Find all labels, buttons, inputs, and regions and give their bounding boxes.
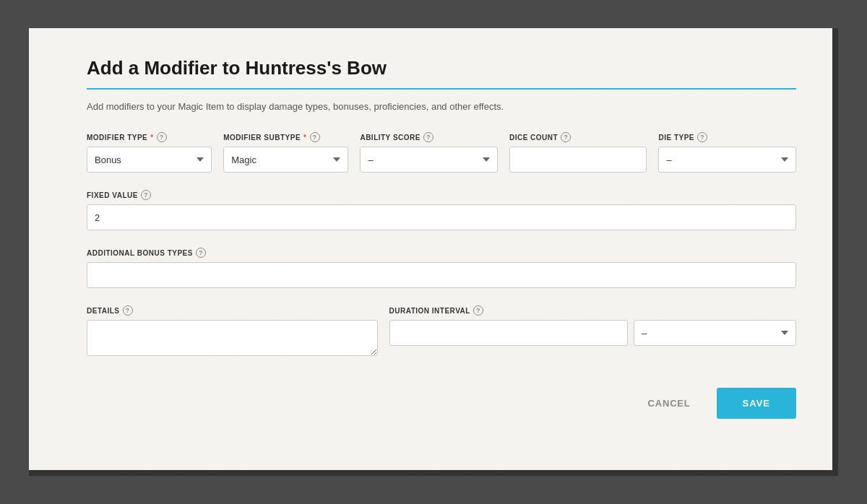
modifier-subtype-group: MODIFIER SUBTYPE * ? Magic Physical Fire…: [223, 132, 348, 173]
modifier-type-label: MODIFIER TYPE * ?: [87, 132, 212, 142]
duration-text-input[interactable]: [389, 320, 628, 346]
dice-count-group: DICE COUNT ?: [509, 132, 647, 173]
die-type-help-icon[interactable]: ?: [697, 132, 707, 142]
details-duration-row: DETAILS ? DURATION INTERVAL ? – Round Mi…: [87, 305, 796, 359]
additional-bonus-row: ADDITIONAL BONUS TYPES ?: [87, 248, 796, 288]
fixed-value-help-icon[interactable]: ?: [141, 190, 151, 200]
fixed-value-label: FIXED VALUE ?: [87, 190, 796, 200]
duration-group: DURATION INTERVAL ? – Round Minute Hour …: [389, 305, 797, 346]
ability-score-label: ABILITY SCORE ?: [360, 132, 498, 142]
dice-count-input[interactable]: [509, 147, 647, 173]
details-help-icon[interactable]: ?: [123, 305, 133, 316]
modal-title: Add a Modifier to Huntress's Bow: [87, 57, 796, 79]
die-type-label: DIE TYPE ?: [658, 132, 796, 142]
die-type-select[interactable]: – d4 d6 d8 d10 d12 d20: [658, 147, 796, 173]
duration-select[interactable]: – Round Minute Hour Day: [634, 320, 796, 346]
modal-container: Add a Modifier to Huntress's Bow Add mod…: [29, 28, 838, 476]
duration-inner: – Round Minute Hour Day: [389, 320, 797, 346]
save-button[interactable]: SAVE: [717, 388, 796, 419]
modifier-type-help-icon[interactable]: ?: [157, 132, 167, 142]
details-group: DETAILS ?: [87, 305, 378, 359]
dice-count-help-icon[interactable]: ?: [561, 132, 571, 142]
details-textarea[interactable]: [87, 320, 378, 356]
dice-count-label: DICE COUNT ?: [509, 132, 647, 142]
form-row-1: MODIFIER TYPE * ? Bonus Damage Defense A…: [87, 132, 796, 173]
fixed-value-input[interactable]: [87, 204, 796, 230]
additional-bonus-label: ADDITIONAL BONUS TYPES ?: [87, 248, 796, 258]
required-star-2: *: [303, 134, 306, 142]
additional-bonus-help-icon[interactable]: ?: [196, 248, 206, 258]
button-row: CANCEL SAVE: [87, 388, 796, 419]
modifier-type-group: MODIFIER TYPE * ? Bonus Damage Defense A…: [87, 132, 212, 173]
duration-interval-help-icon[interactable]: ?: [473, 305, 483, 316]
required-star: *: [150, 134, 153, 142]
ability-score-help-icon[interactable]: ?: [423, 132, 434, 142]
additional-bonus-input[interactable]: [87, 262, 796, 288]
modifier-type-select[interactable]: Bonus Damage Defense Attack Other: [87, 147, 212, 173]
modal-subtitle: Add modifiers to your Magic Item to disp…: [87, 101, 796, 112]
ability-score-select[interactable]: – STR DEX CON INT WIS CHA: [360, 147, 498, 173]
modifier-subtype-select[interactable]: Magic Physical Fire Cold Lightning: [223, 147, 348, 173]
title-divider: [87, 88, 796, 90]
modifier-subtype-help-icon[interactable]: ?: [310, 132, 320, 142]
cancel-button[interactable]: CANCEL: [634, 388, 705, 419]
modifier-subtype-label: MODIFIER SUBTYPE * ?: [223, 132, 348, 142]
details-label: DETAILS ?: [87, 305, 378, 316]
ability-score-group: ABILITY SCORE ? – STR DEX CON INT WIS CH…: [360, 132, 498, 173]
die-type-group: DIE TYPE ? – d4 d6 d8 d10 d12 d20: [658, 132, 796, 173]
duration-interval-label: DURATION INTERVAL ?: [389, 305, 797, 316]
fixed-value-row: FIXED VALUE ?: [87, 190, 796, 230]
